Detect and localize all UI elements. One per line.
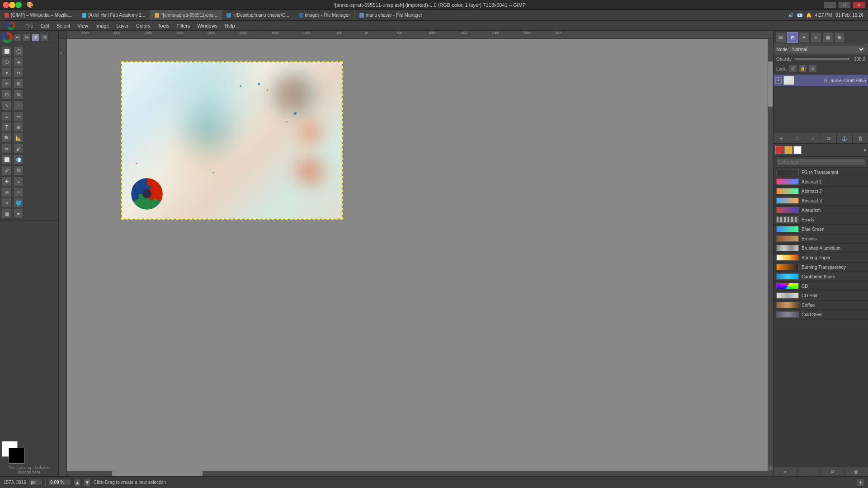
tool-undo-icon[interactable]: ↩ <box>14 33 22 42</box>
rt-paths-icon[interactable]: ✒ <box>799 32 810 43</box>
taskbar-item-images[interactable]: images - File Manager <box>294 10 355 20</box>
gradient-del-btn[interactable]: 🗑 <box>845 467 868 476</box>
gradient-cd-half[interactable]: CD Half <box>774 291 868 300</box>
bg-color[interactable] <box>9 448 24 464</box>
gradient-cd[interactable]: CD <box>774 282 868 291</box>
gradient-cold-steel[interactable]: Cold Steel <box>774 310 868 319</box>
tool-pencil[interactable]: ✏ <box>2 144 12 154</box>
tool-align[interactable]: ⊞ <box>14 79 24 89</box>
tool-perspective[interactable]: ⟁ <box>2 111 12 121</box>
tool-free-select[interactable]: ⬡ <box>2 57 12 67</box>
gradient-abstract1[interactable]: Abstract 1 <box>774 177 868 187</box>
layer-raise-btn[interactable]: ↑ <box>789 133 805 143</box>
zoom-input[interactable] <box>48 479 71 486</box>
mode-select[interactable]: Normal <box>789 46 865 53</box>
layer-visibility[interactable]: 👁 <box>775 77 782 84</box>
menu-edit[interactable]: Edit <box>37 22 53 29</box>
vertical-scrollbar[interactable]: + <box>768 39 773 471</box>
gradient-edit-btn[interactable]: ✏ <box>774 467 797 476</box>
h-scroll-thumb[interactable] <box>112 471 203 476</box>
menu-filters[interactable]: Filters <box>173 22 194 29</box>
menu-view[interactable]: View <box>74 22 92 29</box>
rt-layers-icon[interactable]: ⊞ <box>775 32 786 43</box>
scroll-nav-btn[interactable]: + <box>768 465 773 471</box>
close-btn[interactable] <box>3 2 9 8</box>
layer-chain-icon[interactable]: ⛓ <box>823 77 829 84</box>
tool-blend[interactable]: ▦ <box>2 209 12 219</box>
layer-lower-btn[interactable]: ↓ <box>805 133 821 143</box>
tool-bucket[interactable]: 🪣 <box>14 198 24 208</box>
gradient-burning-paper[interactable]: Burning Paper <box>774 253 868 263</box>
tool-paths[interactable]: ✒ <box>14 209 24 219</box>
menu-layer[interactable]: Layer <box>113 22 133 29</box>
layer-dup-btn[interactable]: ⧉ <box>821 133 837 143</box>
tool-redo-icon[interactable]: ↪ <box>23 33 31 42</box>
tool-paintbrush[interactable]: 🖌 <box>14 144 24 154</box>
color-bg-swatch[interactable] <box>784 146 793 154</box>
tool-active-icon[interactable]: ✱ <box>32 33 40 42</box>
gradient-abstract3[interactable]: Abstract 3 <box>774 196 868 206</box>
tool-color-picker[interactable]: ⊕ <box>14 122 24 132</box>
lock-pos[interactable]: ⊕ <box>809 65 817 73</box>
rt-channels-icon[interactable]: ◩ <box>787 32 798 43</box>
menu-select[interactable]: Select <box>53 22 74 29</box>
tool-clone[interactable]: ⧉ <box>14 165 24 175</box>
gradient-caribbean-blues[interactable]: Caribbean Blues <box>774 272 868 282</box>
gradient-fg-transparent[interactable]: FG to Transparent <box>774 168 868 177</box>
tool-heal[interactable]: ✚ <box>2 176 12 186</box>
win-min-btn[interactable]: _ <box>824 1 836 9</box>
tool-ellipse-select[interactable]: ◯ <box>14 46 24 56</box>
color-fg-swatch[interactable] <box>775 146 783 154</box>
tool-flip[interactable]: ⇔ <box>14 111 24 121</box>
menu-tools[interactable]: Tools <box>154 22 173 29</box>
gradient-dup-btn[interactable]: ⧉ <box>821 467 845 476</box>
tool-by-color[interactable]: ✦ <box>2 68 12 78</box>
gradient-abstract2[interactable]: Abstract 2 <box>774 187 868 196</box>
zoom-fit-btn[interactable]: + <box>856 479 864 487</box>
gradient-browns[interactable]: Browns <box>774 234 868 244</box>
menu-image[interactable]: Image <box>92 22 113 29</box>
layer-anchor-btn[interactable]: ⚓ <box>837 133 853 143</box>
tool-smudge[interactable]: ≈ <box>14 187 24 197</box>
v-scroll-thumb[interactable] <box>768 61 773 107</box>
tool-measure[interactable]: 📐 <box>14 133 24 143</box>
gimp-menu-icon[interactable] <box>2 32 13 43</box>
rt-gradients-icon[interactable]: ▦ <box>822 32 833 43</box>
gradient-aneurism[interactable]: Aneurism <box>774 206 868 215</box>
color-white[interactable] <box>793 146 802 154</box>
zoom-step-btn[interactable]: ▲ <box>74 479 81 486</box>
layer-delete-btn[interactable]: 🗑 <box>853 133 868 143</box>
canvas-image[interactable] <box>121 61 343 220</box>
menu-colors[interactable]: Colors <box>132 22 154 29</box>
tool-eraser[interactable]: ⬜ <box>2 155 12 164</box>
minimize-btn[interactable] <box>9 2 15 8</box>
unit-input[interactable] <box>29 479 42 486</box>
opacity-slider[interactable] <box>794 58 849 61</box>
gradient-coffee[interactable]: Coffee <box>774 300 868 310</box>
menu-file[interactable]: File <box>22 22 37 29</box>
gradient-blinds[interactable]: Blinds <box>774 215 868 225</box>
tool-ink[interactable]: 🖊 <box>2 165 12 175</box>
tool-perspective-clone[interactable]: ⟁ <box>14 176 24 186</box>
win-close-btn[interactable]: ✕ <box>853 1 865 9</box>
zoom-step-down-btn[interactable]: ▼ <box>84 479 91 486</box>
tool-blur[interactable]: ◎ <box>2 187 12 197</box>
layer-item[interactable]: 👁 ⛓ annie-spratt-6955 <box>774 75 868 87</box>
color-swatches[interactable] <box>2 441 24 464</box>
canvas-viewport[interactable]: You can drop dockable dialogs here <box>67 39 768 471</box>
taskbar-item-akhil[interactable]: [Akhil Hari Fab Academy 2... <box>77 10 150 20</box>
taskbar-item-gimp[interactable]: [GIMP] – Wikipedia – Mozilla... <box>0 10 77 20</box>
tool-crop[interactable]: ⊡ <box>2 89 12 99</box>
menu-windows[interactable]: Windows <box>193 22 221 29</box>
horizontal-scrollbar[interactable] <box>67 471 768 476</box>
gradient-new-btn[interactable]: + <box>797 467 821 476</box>
tool-dodge[interactable]: ☀ <box>2 198 12 208</box>
tool-text[interactable]: T <box>2 122 12 132</box>
taskbar-item-annie[interactable]: *[annie-spratt-695511-uns... <box>150 10 222 20</box>
tool-shear[interactable]: ⟋ <box>14 100 24 110</box>
win-max-btn[interactable]: □ <box>838 1 851 9</box>
tool-magnify[interactable]: 🔍 <box>2 133 12 143</box>
rt-patterns-icon[interactable]: ⊞ <box>834 32 845 43</box>
tool-config-icon[interactable]: ⚙ <box>41 33 49 42</box>
lock-paint[interactable]: 🔒 <box>799 65 807 73</box>
